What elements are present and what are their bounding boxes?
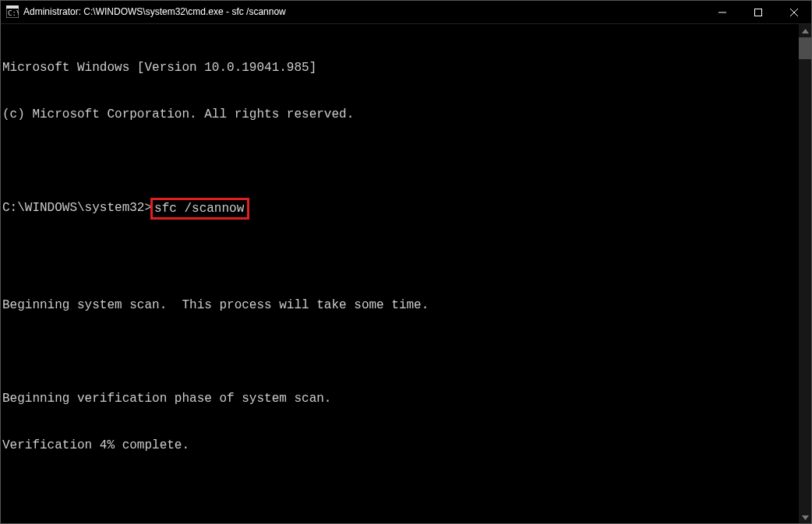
window-controls bbox=[704, 0, 812, 23]
svg-rect-3 bbox=[755, 9, 762, 16]
command-highlight: sfc /scannow bbox=[150, 198, 249, 220]
blank-line bbox=[2, 344, 796, 360]
output-line: Verification 4% complete. bbox=[2, 438, 796, 453]
cmd-icon: C:\ bbox=[6, 5, 19, 18]
output-line: Beginning verification phase of system s… bbox=[2, 391, 796, 406]
prompt-path: C:\WINDOWS\system32> bbox=[2, 200, 152, 216]
vertical-scrollbar[interactable] bbox=[799, 24, 812, 524]
scroll-down-button[interactable] bbox=[799, 511, 812, 524]
maximize-button[interactable] bbox=[740, 0, 776, 24]
window-title: Administrator: C:\WINDOWS\system32\cmd.e… bbox=[23, 6, 704, 17]
svg-rect-1 bbox=[6, 5, 19, 9]
close-button[interactable] bbox=[776, 0, 812, 24]
output-line: Microsoft Windows [Version 10.0.19041.98… bbox=[2, 60, 796, 76]
scroll-up-button[interactable] bbox=[799, 24, 812, 37]
terminal-area[interactable]: Microsoft Windows [Version 10.0.19041.98… bbox=[0, 24, 812, 524]
window-titlebar: C:\ Administrator: C:\WINDOWS\system32\c… bbox=[0, 0, 812, 24]
prompt-line: C:\WINDOWS\system32>sfc /scannow bbox=[2, 200, 796, 220]
output-line: (c) Microsoft Corporation. All rights re… bbox=[2, 107, 796, 122]
blank-line bbox=[2, 153, 796, 169]
output-line: Beginning system scan. This process will… bbox=[2, 297, 796, 313]
blank-line bbox=[2, 251, 796, 266]
svg-text:C:\: C:\ bbox=[8, 9, 19, 17]
minimize-button[interactable] bbox=[704, 0, 740, 24]
terminal-content: Microsoft Windows [Version 10.0.19041.98… bbox=[2, 29, 796, 524]
scroll-thumb[interactable] bbox=[799, 37, 812, 59]
